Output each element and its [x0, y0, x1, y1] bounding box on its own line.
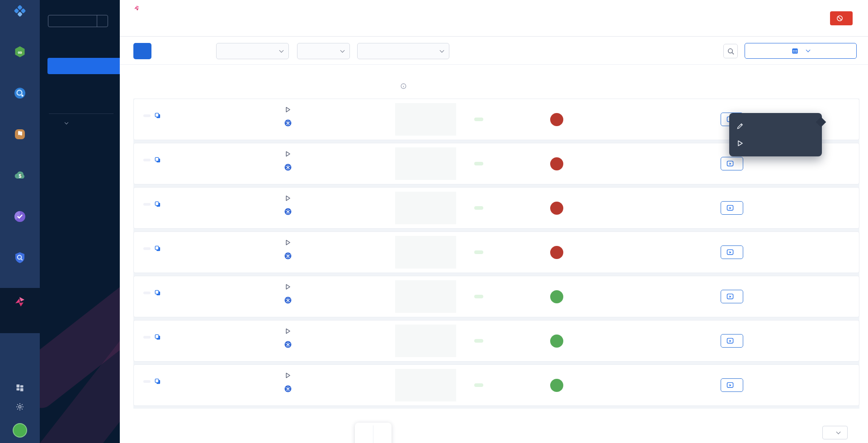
chaos-watermark [40, 325, 120, 443]
filter-experiment-type[interactable] [216, 43, 289, 59]
kubernetes-icon [284, 208, 292, 215]
search-button[interactable] [723, 44, 738, 58]
project-setup-toggle[interactable] [55, 123, 68, 124]
status-badge [474, 339, 483, 343]
user-initials-avatar [550, 202, 563, 215]
experiment-id [143, 247, 151, 250]
play-outline-icon [284, 239, 291, 246]
per-page-select[interactable] [822, 426, 848, 439]
copy-icon[interactable] [154, 156, 161, 163]
copy-icon[interactable] [154, 245, 161, 252]
run-view-icon [726, 293, 734, 300]
user-initials-avatar [550, 113, 563, 126]
status-badge [474, 295, 483, 298]
play-icon [736, 140, 744, 147]
latest-run-button[interactable] [721, 290, 743, 303]
rail-item-feature-flags[interactable] [0, 123, 40, 165]
play-outline-icon [284, 106, 291, 113]
experiment-id [143, 336, 151, 339]
run-view-icon [726, 160, 734, 167]
rail-item-service-reliability[interactable] [0, 206, 40, 247]
sidebar-item-chaos-experiments[interactable] [47, 58, 120, 74]
svg-text:$: $ [19, 173, 21, 179]
filter-target-chaos-infrastructure[interactable] [357, 43, 449, 59]
menu-item-run-experiment[interactable] [729, 135, 822, 152]
svg-text:∞: ∞ [18, 49, 22, 56]
play-outline-icon [284, 195, 291, 202]
run-view-icon [726, 205, 734, 212]
resilience-score [395, 280, 456, 313]
experiment-row [133, 187, 859, 229]
copy-icon[interactable] [154, 289, 161, 296]
divider [120, 36, 868, 37]
cloud-costs-icon: $ [14, 169, 26, 182]
filter-status[interactable] [297, 43, 350, 59]
feature-flags-icon [14, 128, 26, 141]
rail-item-cloud-costs[interactable]: $ [0, 165, 40, 206]
next-page-button[interactable] [373, 425, 388, 443]
play-outline-icon [284, 151, 291, 157]
chaos-watermark [40, 279, 120, 413]
copy-icon[interactable] [154, 378, 161, 385]
sidebar-item-overview[interactable] [40, 39, 120, 55]
info-icon[interactable] [401, 83, 406, 89]
prev-page-button[interactable] [359, 425, 373, 443]
security-tests-icon [14, 251, 26, 264]
status-badge [474, 383, 483, 387]
rail-item-gear[interactable] [0, 397, 40, 416]
user-initials-avatar [550, 157, 563, 170]
project-selector[interactable] [48, 15, 108, 27]
resilience-score [395, 192, 456, 224]
sidebar-item-chaos-hubs[interactable] [40, 77, 120, 93]
resilience-score [395, 325, 456, 357]
module-nav-rail: ∞ $ [0, 0, 40, 443]
divider [120, 64, 868, 65]
breadcrumb [133, 5, 153, 11]
chevron-down-icon [340, 48, 345, 52]
copy-icon[interactable] [154, 201, 161, 207]
rail-item-chaos[interactable] [0, 288, 40, 333]
project-sidebar [40, 0, 120, 443]
rail-bottom-group [0, 378, 40, 443]
latest-run-button[interactable] [721, 245, 743, 259]
resilience-score [395, 103, 456, 136]
experiment-row [133, 320, 859, 362]
copy-icon[interactable] [154, 334, 161, 340]
rail-item-builds[interactable] [0, 82, 40, 123]
main-content [120, 0, 868, 443]
latest-run-button[interactable] [721, 378, 743, 392]
user-avatar[interactable] [13, 423, 27, 438]
gear-icon [15, 402, 24, 411]
latest-run-button[interactable] [721, 157, 743, 170]
stop-all-experiments-button[interactable] [830, 11, 853, 25]
column-header [395, 83, 467, 89]
copy-icon[interactable] [154, 112, 161, 119]
pencil-icon [736, 123, 744, 130]
chevron-down-icon [279, 48, 284, 52]
experiment-id [143, 380, 151, 383]
menu-item-edit-experiment[interactable] [729, 118, 822, 135]
latest-run-button[interactable] [721, 201, 743, 215]
status-badge [474, 118, 483, 121]
rail-item-dashboards[interactable] [0, 378, 40, 397]
new-experiment-button[interactable] [133, 43, 151, 59]
stop-icon [836, 15, 843, 22]
run-view-icon [726, 338, 734, 344]
status-badge [474, 206, 483, 210]
rail-item-deployments[interactable]: ∞ [0, 41, 40, 82]
date-range-picker[interactable] [745, 43, 857, 59]
kubernetes-icon [284, 119, 292, 127]
play-outline-icon [284, 372, 291, 379]
sidebar-item-environments[interactable] [40, 96, 120, 112]
latest-run-button[interactable] [721, 334, 743, 348]
rail-item-security-tests[interactable] [0, 247, 40, 288]
resilience-score [395, 369, 456, 401]
kubernetes-icon [284, 385, 292, 392]
chevron-down-icon [836, 429, 841, 434]
kubernetes-icon [284, 164, 292, 171]
expand-icon[interactable] [97, 15, 108, 27]
user-initials-avatar [550, 246, 563, 259]
search-icon [727, 47, 735, 55]
run-view-icon [726, 249, 734, 256]
rail-item-home[interactable] [0, 0, 40, 41]
